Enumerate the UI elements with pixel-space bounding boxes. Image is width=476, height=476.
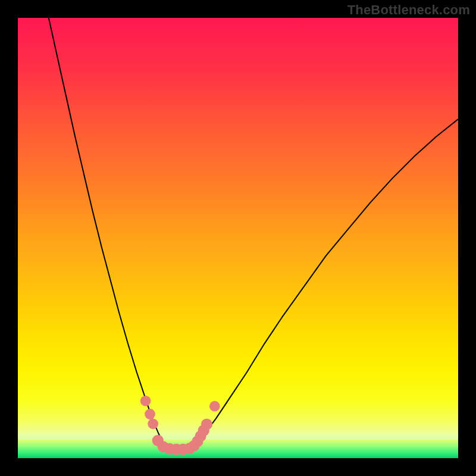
marker-dot xyxy=(145,409,155,419)
marker-dot xyxy=(201,418,212,430)
plot-area xyxy=(18,18,458,458)
marker-dot xyxy=(140,396,151,406)
chart-frame: TheBottleneck.com xyxy=(0,0,476,476)
marker-dot xyxy=(148,418,158,429)
marker-dot xyxy=(209,401,220,412)
chart-svg xyxy=(18,18,458,458)
chart-background xyxy=(18,18,458,458)
green-band xyxy=(18,439,458,458)
watermark-text: TheBottleneck.com xyxy=(347,2,470,18)
